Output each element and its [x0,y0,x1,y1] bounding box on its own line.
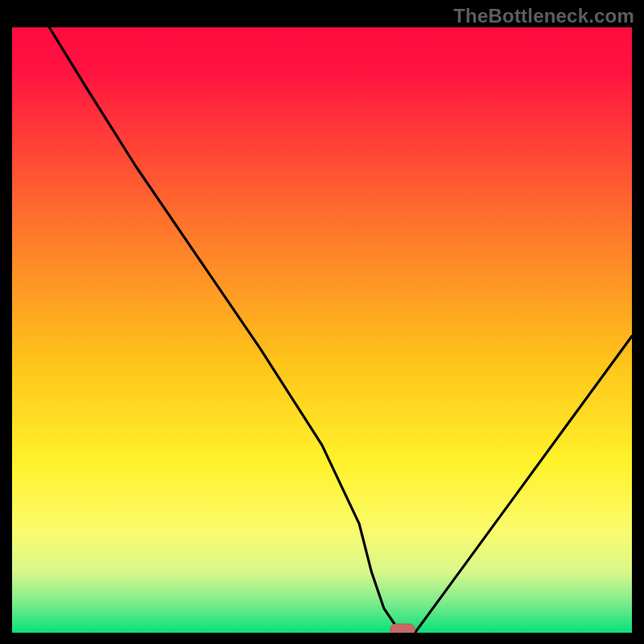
sweet-spot-marker [390,624,415,633]
site-watermark: TheBottleneck.com [453,5,634,27]
bottleneck-plot [12,27,632,633]
plot-svg [12,27,632,633]
chart-frame: TheBottleneck.com [0,0,644,644]
